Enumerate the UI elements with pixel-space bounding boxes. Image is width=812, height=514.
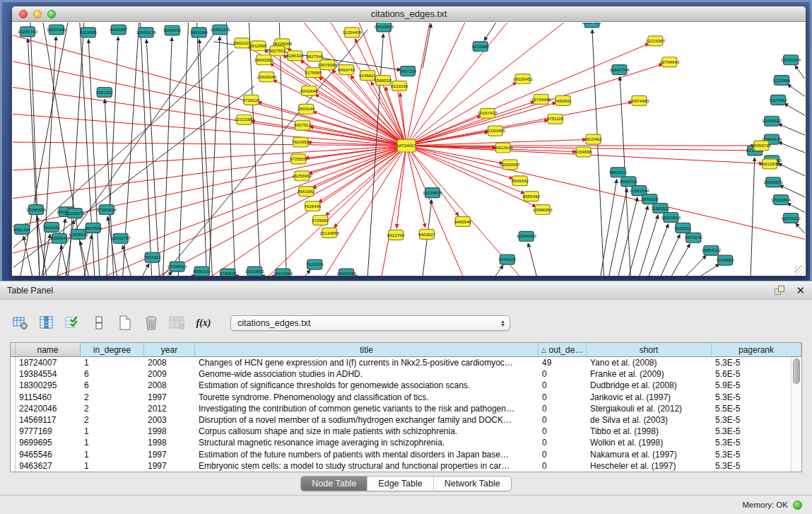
graph-node[interactable]: 9725682	[312, 215, 329, 225]
graph-node[interactable]: 9245022	[499, 255, 517, 264]
graph-node[interactable]: 15056512	[167, 262, 187, 271]
graph-nodes[interactable]: 1628670310021340911969986631871069917892…	[13, 23, 801, 276]
table-row[interactable]: 2242004622012Investigating the contribut…	[11, 403, 791, 414]
graph-node[interactable]: 7450832	[554, 95, 572, 105]
zoom-window-icon[interactable]	[47, 10, 56, 18]
table-row[interactable]: 911546021997Tourette syndrome. Phenomeno…	[11, 392, 791, 403]
graph-node[interactable]: 25266556	[26, 205, 46, 215]
table-select-dropdown[interactable]: citations_edges.txt ▲▼	[230, 315, 510, 331]
graph-node[interactable]: 9119699	[80, 28, 97, 37]
graph-node[interactable]: 15134575	[423, 188, 442, 198]
close-window-icon[interactable]	[19, 10, 28, 18]
show-column-icon[interactable]	[37, 314, 56, 332]
graph-node[interactable]: 16256962	[292, 171, 312, 181]
graph-node[interactable]: 15958745	[751, 141, 771, 151]
graph-node[interactable]: 11254439	[342, 28, 362, 37]
graph-node[interactable]: 10021340	[47, 25, 66, 35]
graph-node[interactable]: 16647744	[609, 65, 629, 75]
graph-node[interactable]: 8427512	[294, 120, 312, 130]
column-header-year[interactable]: year	[144, 343, 195, 356]
column-header-in_degree[interactable]: in_degree	[81, 343, 144, 356]
graph-node[interactable]: 15751074	[781, 55, 801, 65]
graph-node[interactable]: 10167427	[478, 108, 498, 118]
graph-node[interactable]: 15134855	[319, 228, 339, 238]
graph-node[interactable]: 15692971	[763, 177, 783, 187]
graph-node[interactable]: 8990752	[620, 177, 637, 187]
graph-node[interactable]: 9897588	[85, 223, 102, 233]
graph-node[interactable]: 10699178	[136, 28, 156, 37]
delete-table-icon[interactable]	[142, 314, 160, 332]
graph-node[interactable]: 10654112	[702, 245, 722, 255]
graph-node[interactable]: 9465546	[454, 216, 472, 226]
graph-node[interactable]: 8912764	[387, 230, 405, 240]
graph-node[interactable]: 22420046	[257, 72, 276, 82]
graph-node[interactable]: 9861048	[190, 28, 208, 37]
graph-node[interactable]: 11381111	[651, 204, 670, 214]
graph-node[interactable]: 9175685	[305, 68, 322, 78]
graph-node[interactable]: 9227343	[770, 95, 787, 105]
graph-node[interactable]: 2803144	[298, 104, 315, 114]
column-header-pagerank[interactable]: pagerank	[712, 343, 801, 356]
graph-node[interactable]: 10996953	[533, 205, 553, 215]
graph-node[interactable]: 22040697	[500, 160, 520, 170]
graph-node[interactable]: 8222036	[391, 81, 408, 91]
graph-node[interactable]: 8454743	[338, 65, 355, 75]
graph-node[interactable]: 16543382	[254, 55, 273, 65]
graph-node[interactable]: 19734943	[659, 57, 679, 67]
graph-node[interactable]: 12093822	[762, 116, 782, 126]
graph-node[interactable]: 16452998	[336, 269, 356, 276]
graph-node[interactable]: 9154695	[575, 147, 592, 157]
graph-node[interactable]: 9546328	[641, 194, 659, 204]
table-row[interactable]: 977716911998Corpus callosum shape and si…	[11, 426, 791, 437]
graph-node[interactable]: 9915462	[584, 134, 602, 144]
graph-node[interactable]: 8660123	[233, 38, 251, 48]
graph-node[interactable]: 16286703	[18, 27, 37, 37]
graph-node[interactable]: 10391209	[211, 25, 230, 35]
graph-node[interactable]: 12213383	[234, 115, 254, 124]
graph-node[interactable]: 17359928	[97, 205, 117, 215]
graph-node[interactable]: 9725535	[290, 154, 307, 164]
graph-node[interactable]: 8912955	[249, 41, 267, 51]
float-panel-icon[interactable]	[775, 286, 786, 296]
close-panel-icon[interactable]: ✕	[796, 286, 805, 296]
graph-node[interactable]: 7624509	[306, 259, 324, 269]
graph-node[interactable]: 1568520	[375, 76, 392, 86]
graph-node[interactable]: 2718120	[242, 95, 260, 105]
graph-node[interactable]: 2651307	[96, 87, 114, 97]
tab-node-table[interactable]: Node Table	[301, 477, 367, 491]
graph-node[interactable]: 9218986	[472, 42, 490, 52]
graph-node[interactable]: 9827503	[269, 46, 286, 56]
graph-node[interactable]: 21247447	[582, 23, 602, 28]
graph-node[interactable]: 19734383	[531, 94, 551, 104]
tab-edge-table[interactable]: Edge Table	[367, 477, 433, 491]
table-row[interactable]: 1938455462009Genome-wide association stu…	[11, 368, 791, 380]
graph-node[interactable]: 7857224	[399, 66, 417, 76]
graph-node[interactable]: 9286870	[163, 25, 181, 35]
graph-node[interactable]: 9245652	[717, 255, 734, 265]
graph-node[interactable]: 7824351	[292, 137, 310, 147]
graph-node[interactable]: 8990210	[193, 267, 211, 276]
graph-node[interactable]: 18105452	[513, 74, 533, 84]
column-header-short[interactable]: short	[587, 343, 712, 356]
scrollbar-thumb[interactable]	[793, 358, 800, 384]
graph-node[interactable]: 10974483	[629, 95, 649, 105]
rows-icon[interactable]	[90, 314, 108, 332]
graph-node[interactable]: 8549342	[511, 176, 529, 186]
graph-node[interactable]: 11673322	[781, 213, 801, 223]
graph-node[interactable]: 7632621	[674, 223, 692, 233]
minimize-window-icon[interactable]	[33, 10, 42, 18]
table-row[interactable]: 1456911722003Disruption of a novel membe…	[11, 414, 791, 426]
new-table-icon[interactable]	[116, 314, 134, 332]
graph-node[interactable]: 7625446	[304, 201, 322, 211]
graph-node[interactable]: 9730535	[219, 269, 237, 276]
graph-node[interactable]: 9391394	[13, 224, 31, 234]
table-row[interactable]: 969969511998Structural magnetic resonanc…	[11, 437, 791, 448]
select-all-icon[interactable]	[64, 314, 82, 332]
graph-node[interactable]: 12610651	[245, 267, 264, 276]
network-view-canvas[interactable]: 1628670310021340911969986631871069917892…	[13, 23, 805, 276]
graph-node[interactable]: 16244369	[517, 231, 536, 241]
table-row[interactable]: 946362711997Embryonic stem cells: a mode…	[11, 460, 791, 472]
tab-network-table[interactable]: Network Table	[434, 477, 511, 491]
graph-node[interactable]: 16319914	[661, 213, 681, 223]
column-header-name[interactable]: name	[16, 343, 81, 356]
